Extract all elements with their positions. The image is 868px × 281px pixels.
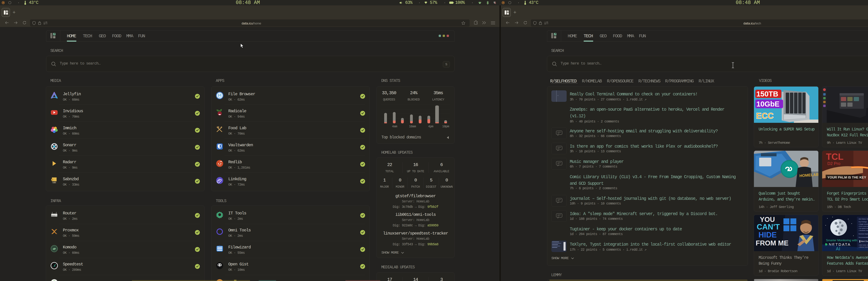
- svg-text:Business Impact: Minimal - Sin: Business Impact: Minimal - Single correc…: [859, 233, 868, 235]
- svg-text:• Hardware health: No addition: • Hardware health: No additional memory: [859, 230, 868, 231]
- svg-text:Recommendation: Monitor closel: Recommendation: Monitor closely for erro…: [859, 237, 868, 238]
- svg-text:sab: sab: [53, 181, 56, 184]
- svg-text:• Error count maintained from: • Error count maintained from 0 to 1: [859, 225, 868, 227]
- svg-text:YOUR PALM IS THE KEY: YOUR PALM IS THE KEY: [827, 176, 866, 179]
- svg-text:150TB: 150TB: [756, 90, 778, 98]
- svg-text:D2 Pro: D2 Pro: [827, 161, 840, 166]
- svg-text:10GbE: 10GbE: [756, 100, 779, 108]
- svg-text:Alert Status: WARN(1)-level EC: Alert Status: WARN(1)-level ECC memory c…: [859, 218, 868, 220]
- svg-text:HIDE: HIDE: [758, 231, 777, 239]
- svg-text:Smarter Monitoring with:: Smarter Monitoring with:: [826, 239, 858, 242]
- svg-text:CAN'T: CAN'T: [757, 222, 780, 231]
- svg-text:ECC: ECC: [756, 111, 774, 120]
- svg-text:• Single correctable ECC error: • Single correctable ECC error occurred: [859, 223, 868, 225]
- svg-text:▌Alert Overview & Timeline: ▌Alert Overview & Timeline: [860, 240, 868, 243]
- svg-text:• Alert name: ecc_memory_dimm_: • Alert name: ecc_memory_dimm_correctabl…: [859, 244, 868, 246]
- svg-text:Key Findings:: Key Findings:: [859, 221, 867, 222]
- svg-text:• No system impact observed -: • No system impact observed - memory: [859, 227, 868, 229]
- svg-text:YOU: YOU: [760, 216, 775, 223]
- svg-text:TCL: TCL: [826, 151, 843, 162]
- svg-text:FROM ME: FROM ME: [756, 239, 788, 247]
